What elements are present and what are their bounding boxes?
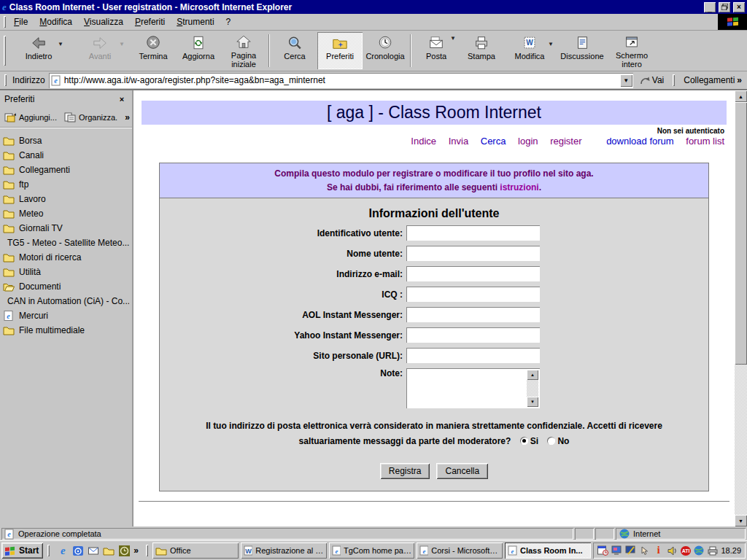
menu-modifica[interactable]: Modifica [34,15,78,29]
nav-link-indice[interactable]: Indice [411,136,436,147]
note-textarea[interactable]: ▲ ▼ [406,368,540,408]
menu-file[interactable]: File [8,15,34,29]
favorite-item[interactable]: e CAN in Automation (CiA) - Co... [3,294,129,308]
taskbar-window-classroom[interactable]: e Class Room In... [505,542,591,559]
textarea-scrollbar[interactable]: ▲ ▼ [527,370,538,407]
channels-icon[interactable] [72,545,84,556]
scrollbar-thumb[interactable] [735,102,747,365]
menu-preferiti[interactable]: Preferiti [129,15,171,29]
home-button[interactable]: Pagina iniziale [221,32,266,69]
mail-button[interactable]: Posta ▼ [414,32,459,69]
scroll-up-icon[interactable]: ▲ [527,370,538,380]
go-button[interactable]: Vai [637,74,667,87]
fullscreen-button[interactable]: Schermo intero [609,32,654,69]
task-scheduler-icon[interactable] [597,545,609,556]
scroll-down-icon[interactable]: ▼ [527,397,538,407]
print-button[interactable]: Stampa [459,32,504,69]
address-input[interactable]: e http://www.aga.it/w-agora/register.php… [49,73,633,88]
nav-link-cerca[interactable]: Cerca [481,136,506,147]
taskbar-window-word[interactable]: W Registrazione al c... [241,542,327,559]
scroll-track[interactable] [527,380,538,397]
display-settings-icon[interactable] [611,545,623,556]
favorite-item[interactable]: Borsa [3,133,129,148]
favorite-item[interactable]: Canali [3,148,129,163]
nav-link-forum-list[interactable]: forum list [686,136,724,147]
links-grip[interactable] [673,74,675,87]
consent-no-radio[interactable] [547,437,555,445]
close-button[interactable]: × [733,2,745,12]
favorite-item[interactable]: Collegamenti [3,163,129,177]
favorite-item[interactable]: File multimediale [3,323,129,338]
favorite-item[interactable]: Giornali TV [3,221,129,236]
scrollbar-down-icon[interactable]: ▼ [735,515,747,526]
scrollbar-track[interactable] [735,365,747,515]
edit-button[interactable]: W Modifica ▼ [504,32,555,69]
aol-field[interactable] [406,307,540,322]
favorites-button[interactable]: Preferiti [317,32,363,69]
start-button[interactable]: Start [1,542,43,559]
add-favorite-button[interactable]: + Aggiungi... [4,112,57,122]
user-name-field[interactable] [406,246,540,261]
favorite-item[interactable]: ftp [3,177,129,192]
address-url[interactable]: http://www.aga.it/w-agora/register.php?s… [64,75,617,85]
alert-icon[interactable]: i [653,545,665,556]
vertical-scrollbar[interactable]: ▲ ▼ [735,90,747,526]
links-bar[interactable]: Collegamenti » [681,74,745,87]
cancella-button[interactable]: Cancella [436,463,488,479]
restore-button[interactable] [719,2,730,12]
nav-link-download-forum[interactable]: download forum [606,136,674,147]
quick-launch-chevron-icon[interactable]: » [133,545,139,556]
volume-icon[interactable] [667,545,678,556]
email-field[interactable] [406,266,540,281]
consent-yes-radio[interactable] [520,437,528,445]
menu-strumenti[interactable]: Strumenti [171,15,220,29]
addressbar-grip[interactable] [4,74,7,87]
internet-explorer-icon[interactable]: e [57,545,69,556]
favorite-item[interactable]: e TG5 - Meteo - Satellite Meteo... [3,236,129,250]
nav-link-login[interactable]: login [518,136,538,147]
graphics-utility-icon[interactable] [625,545,637,556]
taskbar-grip[interactable] [146,545,148,556]
search-button[interactable]: Cerca [272,32,317,69]
back-button[interactable]: Indietro ▼ [8,32,69,69]
history-button[interactable]: Cronologia [363,32,408,69]
edit-dropdown-icon[interactable]: ▼ [548,41,554,47]
taskbar-window-tgcom[interactable]: e TgCom home pag... [329,542,415,559]
nav-link-invia[interactable]: Invia [449,136,468,147]
favorite-item[interactable]: Utilità [3,265,129,279]
outlook-express-icon[interactable] [88,545,99,556]
network-globe-icon[interactable] [693,545,705,556]
taskbar-clock[interactable]: 18.29 [721,546,741,555]
icq-field[interactable] [406,287,540,302]
menu-visualizza[interactable]: Visualizza [78,15,129,29]
nav-link-register[interactable]: register [550,136,581,147]
url-field[interactable] [406,348,540,363]
favorites-close-button[interactable]: × [116,94,128,104]
favorite-item[interactable]: Documenti [3,279,129,294]
favorites-toolbar-chevron-icon[interactable]: » [125,112,130,122]
favorite-item[interactable]: Motori di ricerca [3,250,129,265]
printer-icon[interactable] [707,545,719,556]
back-dropdown-icon[interactable]: ▼ [58,41,63,47]
favorite-item[interactable]: e Mercuri [3,308,129,323]
toolbar-grip[interactable] [4,36,6,66]
forward-button[interactable]: Avanti ▼ [69,32,131,69]
minimize-button[interactable]: _ [704,2,716,12]
scrollbar-up-icon[interactable]: ▲ [735,90,747,102]
taskbar-window-corsi[interactable]: e Corsi - Microsoft In... [417,542,503,559]
folder-icon[interactable] [103,545,115,556]
refresh-button[interactable]: Aggiorna [176,32,221,69]
menu-help[interactable]: ? [220,15,237,29]
address-dropdown-icon[interactable]: ▼ [620,74,632,87]
favorite-item[interactable]: Lavoro [3,192,129,206]
scheduler-icon[interactable] [118,545,130,556]
user-id-field[interactable] [406,225,540,241]
stop-button[interactable]: Termina [131,32,176,69]
mail-dropdown-icon[interactable]: ▼ [450,35,456,42]
window-titlebar[interactable]: e Class Room Internet - User registratio… [0,0,747,14]
discussion-button[interactable]: Discussione [555,32,609,69]
istruzioni-link[interactable]: istruzioni [500,182,538,192]
ati-icon[interactable]: ATI [681,546,692,556]
favorite-item[interactable]: Meteo [3,206,129,221]
yahoo-field[interactable] [406,327,540,343]
